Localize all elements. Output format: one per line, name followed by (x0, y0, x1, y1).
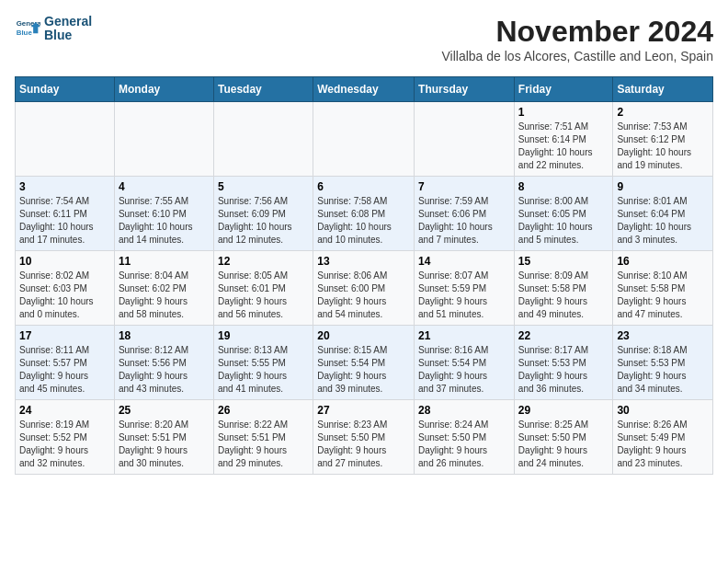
calendar-cell: 21Sunrise: 8:16 AMSunset: 5:54 PMDayligh… (415, 326, 515, 400)
calendar-cell: 5Sunrise: 7:56 AMSunset: 6:09 PMDaylight… (213, 177, 313, 251)
week-row: 1Sunrise: 7:51 AMSunset: 6:14 PMDaylight… (16, 102, 713, 177)
day-info: Sunrise: 7:51 AMSunset: 6:14 PMDaylight:… (518, 121, 609, 172)
day-info: Sunrise: 8:04 AMSunset: 6:02 PMDaylight:… (119, 270, 210, 321)
day-number: 22 (518, 329, 609, 342)
calendar-cell (16, 102, 115, 177)
svg-text:Blue: Blue (17, 29, 33, 37)
calendar-cell: 17Sunrise: 8:11 AMSunset: 5:57 PMDayligh… (16, 326, 115, 400)
day-number: 6 (317, 180, 410, 193)
day-number: 8 (518, 180, 609, 193)
column-header-tuesday: Tuesday (213, 77, 313, 102)
day-number: 19 (218, 329, 309, 342)
header-row: SundayMondayTuesdayWednesdayThursdayFrid… (16, 77, 713, 102)
day-info: Sunrise: 8:02 AMSunset: 6:03 PMDaylight:… (19, 270, 110, 321)
calendar-cell: 29Sunrise: 8:25 AMSunset: 5:50 PMDayligh… (514, 400, 613, 475)
day-info: Sunrise: 8:00 AMSunset: 6:05 PMDaylight:… (518, 195, 609, 247)
calendar-cell (213, 102, 313, 177)
day-info: Sunrise: 8:23 AMSunset: 5:50 PMDaylight:… (317, 419, 410, 470)
calendar-cell: 24Sunrise: 8:19 AMSunset: 5:52 PMDayligh… (16, 400, 115, 475)
day-number: 30 (617, 404, 709, 417)
calendar-cell (313, 102, 415, 177)
day-info: Sunrise: 8:11 AMSunset: 5:57 PMDaylight:… (19, 344, 110, 396)
day-number: 14 (418, 255, 510, 268)
calendar-cell: 19Sunrise: 8:13 AMSunset: 5:55 PMDayligh… (213, 326, 313, 400)
column-header-sunday: Sunday (16, 77, 115, 102)
day-info: Sunrise: 8:18 AMSunset: 5:53 PMDaylight:… (617, 344, 709, 396)
day-number: 4 (119, 180, 210, 193)
day-info: Sunrise: 8:15 AMSunset: 5:54 PMDaylight:… (317, 344, 410, 396)
day-number: 5 (218, 180, 309, 193)
day-info: Sunrise: 8:05 AMSunset: 6:01 PMDaylight:… (218, 270, 309, 321)
logo: General Blue General Blue (15, 15, 92, 43)
calendar-cell: 6Sunrise: 7:58 AMSunset: 6:08 PMDaylight… (313, 177, 415, 251)
day-info: Sunrise: 7:59 AMSunset: 6:06 PMDaylight:… (418, 195, 510, 247)
column-header-thursday: Thursday (415, 77, 515, 102)
calendar-cell: 10Sunrise: 8:02 AMSunset: 6:03 PMDayligh… (16, 251, 115, 326)
calendar-cell: 7Sunrise: 7:59 AMSunset: 6:06 PMDaylight… (415, 177, 515, 251)
day-info: Sunrise: 8:17 AMSunset: 5:53 PMDaylight:… (518, 344, 609, 396)
calendar-cell: 15Sunrise: 8:09 AMSunset: 5:58 PMDayligh… (514, 251, 613, 326)
calendar-cell: 4Sunrise: 7:55 AMSunset: 6:10 PMDaylight… (114, 177, 213, 251)
day-number: 1 (518, 106, 609, 119)
logo-line2: Blue (44, 29, 92, 42)
day-info: Sunrise: 8:26 AMSunset: 5:49 PMDaylight:… (617, 419, 709, 470)
day-number: 25 (119, 404, 210, 417)
calendar-cell: 11Sunrise: 8:04 AMSunset: 6:02 PMDayligh… (114, 251, 213, 326)
day-number: 20 (317, 329, 410, 342)
day-number: 11 (119, 255, 210, 268)
page-subtitle: Villalba de los Alcores, Castille and Le… (442, 49, 713, 63)
day-number: 2 (617, 106, 709, 119)
calendar-cell: 28Sunrise: 8:24 AMSunset: 5:50 PMDayligh… (415, 400, 515, 475)
day-number: 3 (19, 180, 110, 193)
day-info: Sunrise: 8:22 AMSunset: 5:51 PMDaylight:… (218, 419, 309, 470)
day-number: 26 (218, 404, 309, 417)
calendar-cell: 8Sunrise: 8:00 AMSunset: 6:05 PMDaylight… (514, 177, 613, 251)
column-header-saturday: Saturday (613, 77, 713, 102)
day-number: 29 (518, 404, 609, 417)
logo-text: General Blue (44, 15, 92, 43)
calendar-cell (415, 102, 515, 177)
calendar-cell (114, 102, 213, 177)
day-info: Sunrise: 8:07 AMSunset: 5:59 PMDaylight:… (418, 270, 510, 321)
column-header-wednesday: Wednesday (313, 77, 415, 102)
day-info: Sunrise: 7:58 AMSunset: 6:08 PMDaylight:… (317, 195, 410, 247)
day-info: Sunrise: 8:10 AMSunset: 5:58 PMDaylight:… (617, 270, 709, 321)
calendar-cell: 26Sunrise: 8:22 AMSunset: 5:51 PMDayligh… (213, 400, 313, 475)
week-row: 10Sunrise: 8:02 AMSunset: 6:03 PMDayligh… (16, 251, 713, 326)
day-info: Sunrise: 8:13 AMSunset: 5:55 PMDaylight:… (218, 344, 309, 396)
day-number: 16 (617, 255, 709, 268)
day-info: Sunrise: 7:55 AMSunset: 6:10 PMDaylight:… (119, 195, 210, 247)
day-number: 13 (317, 255, 410, 268)
title-section: November 2024 Villalba de los Alcores, C… (442, 15, 713, 71)
calendar-cell: 18Sunrise: 8:12 AMSunset: 5:56 PMDayligh… (114, 326, 213, 400)
calendar-cell: 3Sunrise: 7:54 AMSunset: 6:11 PMDaylight… (16, 177, 115, 251)
column-header-monday: Monday (114, 77, 213, 102)
day-info: Sunrise: 8:12 AMSunset: 5:56 PMDaylight:… (119, 344, 210, 396)
logo-line1: General (44, 15, 92, 29)
calendar-cell: 2Sunrise: 7:53 AMSunset: 6:12 PMDaylight… (613, 102, 713, 177)
calendar-cell: 16Sunrise: 8:10 AMSunset: 5:58 PMDayligh… (613, 251, 713, 326)
day-info: Sunrise: 8:25 AMSunset: 5:50 PMDaylight:… (518, 419, 609, 470)
week-row: 17Sunrise: 8:11 AMSunset: 5:57 PMDayligh… (16, 326, 713, 400)
day-number: 10 (19, 255, 110, 268)
calendar-cell: 9Sunrise: 8:01 AMSunset: 6:04 PMDaylight… (613, 177, 713, 251)
day-info: Sunrise: 8:06 AMSunset: 6:00 PMDaylight:… (317, 270, 410, 321)
calendar-cell: 20Sunrise: 8:15 AMSunset: 5:54 PMDayligh… (313, 326, 415, 400)
day-info: Sunrise: 8:01 AMSunset: 6:04 PMDaylight:… (617, 195, 709, 247)
day-number: 21 (418, 329, 510, 342)
day-info: Sunrise: 8:20 AMSunset: 5:51 PMDaylight:… (119, 419, 210, 470)
calendar-cell: 12Sunrise: 8:05 AMSunset: 6:01 PMDayligh… (213, 251, 313, 326)
week-row: 24Sunrise: 8:19 AMSunset: 5:52 PMDayligh… (16, 400, 713, 475)
day-info: Sunrise: 8:24 AMSunset: 5:50 PMDaylight:… (418, 419, 510, 470)
day-number: 15 (518, 255, 609, 268)
day-number: 17 (19, 329, 110, 342)
day-number: 12 (218, 255, 309, 268)
day-number: 23 (617, 329, 709, 342)
day-number: 28 (418, 404, 510, 417)
column-header-friday: Friday (514, 77, 613, 102)
day-number: 18 (119, 329, 210, 342)
day-info: Sunrise: 7:54 AMSunset: 6:11 PMDaylight:… (19, 195, 110, 247)
day-info: Sunrise: 8:19 AMSunset: 5:52 PMDaylight:… (19, 419, 110, 470)
day-number: 27 (317, 404, 410, 417)
calendar-cell: 22Sunrise: 8:17 AMSunset: 5:53 PMDayligh… (514, 326, 613, 400)
